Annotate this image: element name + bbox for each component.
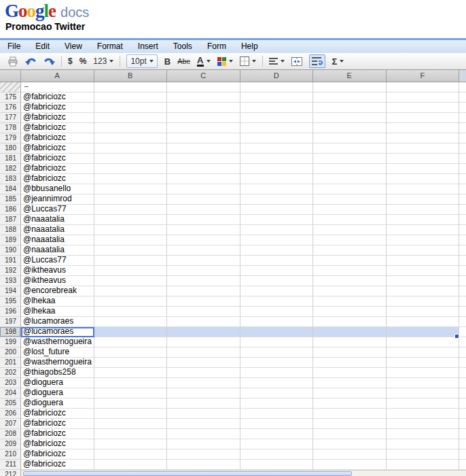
menu-format[interactable]: Format [90, 40, 130, 53]
undo-button[interactable] [25, 54, 37, 68]
cell-c[interactable] [167, 154, 240, 164]
cell-f[interactable] [387, 174, 460, 184]
cell-a[interactable]: @bbusanello [21, 184, 94, 194]
cell-f[interactable] [387, 286, 460, 296]
row-header[interactable]: 181 [0, 154, 21, 164]
cell-e[interactable] [313, 327, 387, 337]
cell-d[interactable] [240, 235, 314, 245]
cell-b[interactable] [94, 225, 168, 235]
cell-b[interactable] [94, 368, 168, 378]
row-header[interactable]: 204 [0, 388, 21, 398]
cell-a[interactable]: @fabriciozc [21, 143, 94, 154]
row-header[interactable]: 212 [0, 470, 21, 476]
cell-b[interactable] [94, 286, 168, 296]
cell-e[interactable] [313, 133, 387, 143]
cell-e[interactable] [313, 103, 387, 113]
cell-a[interactable]: @iktheavus [21, 266, 94, 276]
cell-b[interactable] [94, 205, 168, 215]
row-header[interactable]: 176 [0, 103, 21, 113]
cell-a[interactable]: @fabriciozc [21, 460, 94, 470]
cell-d[interactable] [240, 317, 314, 327]
cell-b[interactable] [94, 337, 168, 347]
merge-cells-button[interactable] [291, 54, 302, 68]
row-header[interactable]: 209 [0, 439, 21, 449]
column-header-d[interactable]: D [240, 70, 314, 82]
cell-b[interactable] [94, 358, 168, 368]
cell-e-clipped[interactable] [313, 82, 387, 92]
cell-e[interactable] [313, 358, 387, 368]
cell-a[interactable]: @Luccas77 [21, 256, 94, 266]
cell-a[interactable]: @wasthernogueira [21, 358, 94, 368]
cell-c[interactable] [167, 113, 240, 123]
cell-f[interactable] [387, 154, 460, 164]
cell-f[interactable] [387, 337, 460, 347]
menu-view[interactable]: View [57, 40, 90, 53]
cell-b[interactable] [94, 164, 168, 174]
row-header[interactable]: 187 [0, 215, 21, 225]
row-header[interactable]: 196 [0, 307, 21, 317]
cell-f[interactable] [387, 388, 460, 398]
cell-e[interactable] [313, 307, 387, 317]
cell-a[interactable]: @lucamoraes [21, 327, 94, 337]
cell-c[interactable] [167, 317, 240, 327]
cell-f[interactable] [387, 235, 460, 245]
cell-d[interactable] [240, 327, 314, 337]
cell-b[interactable] [94, 103, 168, 113]
cell-c[interactable] [167, 256, 240, 266]
cell-f[interactable] [387, 317, 460, 327]
cell-c[interactable] [167, 347, 240, 358]
cell-a[interactable]: @jeannimrod [21, 194, 94, 205]
column-header-f[interactable]: F [387, 70, 460, 82]
column-header-b[interactable]: B [94, 70, 168, 82]
menu-help[interactable]: Help [234, 40, 266, 53]
cell-d[interactable] [240, 409, 314, 419]
cell-d[interactable] [240, 113, 314, 123]
cell-c[interactable] [167, 327, 240, 337]
menu-insert[interactable]: Insert [130, 40, 166, 53]
cell-d[interactable] [240, 398, 314, 409]
menu-file[interactable]: File [0, 40, 28, 53]
borders-button[interactable] [240, 54, 256, 68]
align-button[interactable] [269, 54, 285, 68]
cell-e[interactable] [313, 92, 387, 103]
row-header[interactable]: 185 [0, 194, 21, 205]
cell-f[interactable] [387, 347, 460, 358]
cell-a[interactable]: @fabriciozc [21, 133, 94, 143]
select-all-corner[interactable] [0, 70, 21, 82]
cell-a[interactable]: @lost_future [21, 347, 94, 358]
cell-e[interactable] [313, 439, 387, 449]
menu-form[interactable]: Form [200, 40, 234, 53]
cell-b[interactable] [94, 327, 168, 337]
cell-b[interactable] [94, 235, 168, 245]
row-header[interactable]: 194 [0, 286, 21, 296]
cell-f[interactable] [387, 103, 460, 113]
row-header[interactable]: 192 [0, 266, 21, 276]
cell-d[interactable] [240, 184, 314, 194]
cell-e[interactable] [313, 419, 387, 429]
cell-d[interactable] [240, 143, 314, 154]
cell-a[interactable]: @naaatalia [21, 225, 94, 235]
cell-e[interactable] [313, 184, 387, 194]
cell-c[interactable] [167, 194, 240, 205]
cell-b[interactable] [94, 307, 168, 317]
cell-a[interactable]: @fabriciozc [21, 154, 94, 164]
cell-a[interactable]: @fabriciozc [21, 419, 94, 429]
row-header[interactable]: 206 [0, 409, 21, 419]
bold-button[interactable]: B [164, 54, 171, 68]
cell-e[interactable] [313, 225, 387, 235]
cell-e[interactable] [313, 388, 387, 398]
cell-a[interactable]: @Luccas77 [21, 205, 94, 215]
cell-e[interactable] [313, 123, 387, 133]
cell-e[interactable] [313, 256, 387, 266]
cell-b[interactable] [94, 378, 168, 388]
row-header[interactable]: 189 [0, 235, 21, 245]
cell-a[interactable]: @fabriciozc [21, 103, 94, 113]
cell-b[interactable] [94, 347, 168, 358]
cell-f[interactable] [387, 205, 460, 215]
cell-e[interactable] [313, 368, 387, 378]
cell-b[interactable] [94, 133, 168, 143]
cell-a[interactable]: @lucamoraes [21, 317, 94, 327]
cell-a[interactable]: @naaatalia [21, 215, 94, 225]
row-header[interactable]: 178 [0, 123, 21, 133]
cell-c[interactable] [167, 225, 240, 235]
